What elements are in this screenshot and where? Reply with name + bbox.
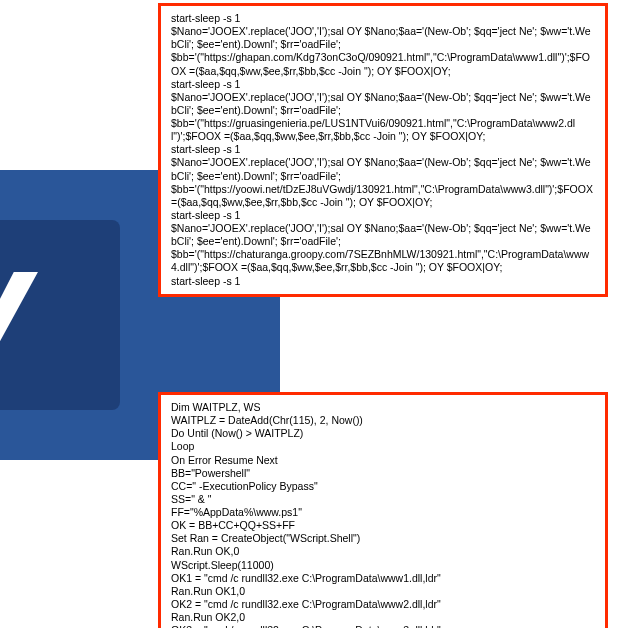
vbscript-code-block: Dim WAITPLZ, WS WAITPLZ = DateAdd(Chr(11… [158,392,608,628]
powershell-code-block: start-sleep -s 1 $Nano='JOOEX'.replace('… [158,3,608,297]
word-logo-letter: V [0,235,27,419]
